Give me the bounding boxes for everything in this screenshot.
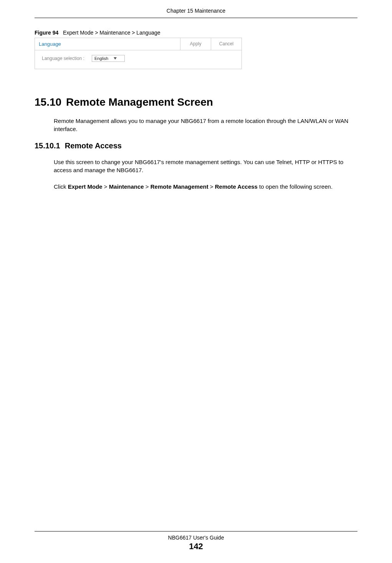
language-panel: Language Apply Cancel Language selection…	[35, 38, 242, 69]
p2-sep1: >	[103, 183, 109, 190]
p2-post: to open the following screen.	[258, 183, 332, 190]
p2-pre: Click	[54, 183, 68, 190]
subsection-title: Remote Access	[65, 141, 122, 150]
panel-title: Language	[35, 38, 180, 50]
page-footer: NBG6617 User's Guide 142	[0, 531, 392, 551]
chapter-header: Chapter 15 Maintenance	[0, 0, 392, 18]
section-title: Remote Management Screen	[66, 96, 213, 108]
section-body: Remote Management allows you to manage y…	[54, 117, 357, 133]
p2-sep3: >	[208, 183, 215, 190]
chevron-down-icon	[114, 57, 117, 60]
cancel-button[interactable]: Cancel	[211, 38, 241, 50]
apply-button[interactable]: Apply	[180, 38, 211, 50]
section-heading: 15.10Remote Management Screen	[35, 96, 357, 108]
figure-caption-text: Expert Mode > Maintenance > Language	[63, 30, 160, 36]
p2-sep2: >	[144, 183, 151, 190]
subsection-number: 15.10.1	[35, 141, 60, 150]
panel-header: Language Apply Cancel	[35, 38, 241, 50]
subsection-p2: Click Expert Mode > Maintenance > Remote…	[54, 183, 357, 191]
language-select-value: English	[94, 56, 108, 61]
p2-b1: Expert Mode	[68, 183, 103, 190]
footer-rule	[35, 531, 357, 531]
section-number: 15.10	[35, 96, 61, 108]
language-select[interactable]: English	[92, 55, 125, 62]
subsection-p1: Use this screen to change your NBG6617's…	[54, 158, 357, 174]
p2-b2: Maintenance	[109, 183, 144, 190]
page-content: Figure 94 Expert Mode > Maintenance > La…	[0, 18, 392, 191]
footer-guide-title: NBG6617 User's Guide	[0, 535, 392, 541]
language-selection-label: Language selection :	[42, 56, 92, 61]
figure-caption: Figure 94 Expert Mode > Maintenance > La…	[35, 30, 357, 36]
p2-b4: Remote Access	[215, 183, 258, 190]
p2-b3: Remote Management	[151, 183, 208, 190]
page-number: 142	[0, 541, 392, 551]
figure-label: Figure 94	[35, 30, 58, 36]
panel-body: Language selection : English	[35, 50, 241, 69]
subsection-heading: 15.10.1Remote Access	[35, 141, 357, 150]
